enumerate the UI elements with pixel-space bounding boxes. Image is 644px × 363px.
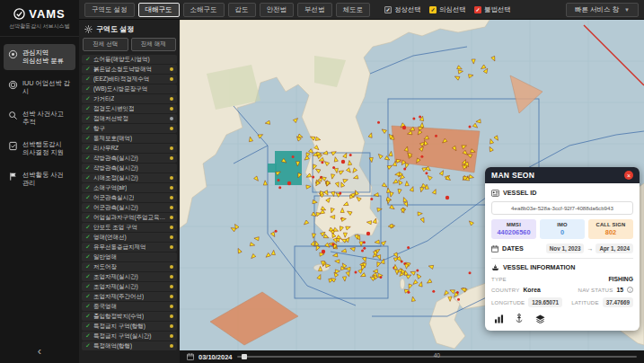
alert-vessel-marker[interactable] [278, 179, 280, 182]
sidebar-item-1[interactable]: 관심지역 의심선박 분류 [4, 44, 75, 70]
layer-item-11[interactable]: ✓작방관측(실시간) [82, 154, 177, 163]
alert-vessel-marker[interactable] [377, 121, 380, 124]
toolbar-button-5[interactable]: 안전범 [260, 3, 295, 17]
alert-vessel-marker[interactable] [407, 291, 410, 294]
alert-vessel-marker[interactable] [331, 243, 334, 245]
alert-vessel-marker[interactable] [469, 126, 472, 128]
layer-item-23[interactable]: ✓조업자제(실시간) [82, 272, 177, 281]
filter-normal[interactable]: ✓정상선택 [384, 5, 421, 14]
select-all-button[interactable]: 전체 선택 [83, 38, 128, 51]
layer-item-4[interactable]: ✓(WB)도시방문장구역 [82, 84, 177, 93]
alert-vessel-marker[interactable] [361, 250, 364, 252]
filter-suspicious[interactable]: ✓의심선택 [429, 5, 466, 14]
layer-item-9[interactable]: ✓통제보호(해역) [82, 134, 177, 143]
layer-item-24[interactable]: ✓조업자제(실시간) [82, 282, 177, 291]
alert-vessel-marker[interactable] [363, 247, 366, 250]
layers-icon[interactable] [533, 313, 547, 324]
layer-item-17[interactable]: ✓어업실과자구역(주업교육구역) [82, 213, 177, 222]
layer-item-18[interactable]: ✓안보도 조업 구역 [82, 223, 177, 232]
toolbar-button-7[interactable]: 체도로 [336, 3, 371, 17]
alert-vessel-marker[interactable] [339, 192, 341, 195]
layer-item-29[interactable]: ✓특정금지 구역(실시간) [82, 332, 177, 341]
timeline-date[interactable]: 03/10/2024 [198, 353, 233, 361]
layer-item-7[interactable]: ✓접해저선박정 [82, 114, 177, 123]
toolbar-button-4[interactable]: 갑도 [228, 3, 256, 17]
sidebar-item-5[interactable]: 선박활동 사건 관리 [4, 166, 75, 192]
layer-item-13[interactable]: ✓시해조정(실시간) [82, 173, 177, 182]
alert-vessel-marker[interactable] [332, 166, 335, 169]
toolbar-button-6[interactable]: 부선범 [297, 3, 332, 17]
anchor-icon[interactable] [512, 313, 526, 324]
alert-vessel-marker[interactable] [363, 241, 366, 243]
sidebar-item-2[interactable]: IUU 어업선박 감시 [4, 75, 75, 101]
alert-vessel-marker[interactable] [419, 116, 421, 119]
timeline-track[interactable]: 40 [237, 356, 637, 358]
alert-dot[interactable] [341, 160, 345, 164]
layer-item-28[interactable]: ✓특정금지 구역(항행) [82, 322, 177, 331]
deselect-all-button[interactable]: 전체 해제 [131, 38, 177, 51]
layer-item-14[interactable]: ✓소해구역(air) [82, 183, 177, 192]
timeline-handle[interactable] [242, 354, 247, 359]
alert-vessel-marker[interactable] [432, 290, 435, 293]
toolbar-button-3[interactable]: 소해구도 [183, 3, 225, 17]
alert-dot[interactable] [402, 126, 406, 129]
alert-dot[interactable] [446, 196, 449, 199]
close-icon[interactable]: × [624, 171, 633, 180]
layer-item-3[interactable]: ✓(EEZ)배타적경제수역 [82, 75, 177, 84]
toolbar-button-1[interactable]: 구역도 설정 [84, 3, 135, 17]
chart-icon[interactable] [491, 313, 506, 324]
layer-item-12[interactable]: ✓작방관측(실시간) [82, 164, 177, 173]
date-from[interactable]: Nov 1, 2023 [546, 243, 585, 253]
quick-service-dropdown[interactable]: 빠른 서비스 창 ▼ [566, 3, 639, 17]
layer-item-22[interactable]: ✓저도어장 [82, 262, 177, 271]
layer-item-27[interactable]: ✓출입항정박지(수역) [82, 312, 177, 321]
layer-item-30[interactable]: ✓특정해역(항행) [82, 341, 177, 350]
stat-imo: IMO0 [540, 219, 585, 239]
alert-vessel-marker[interactable] [469, 271, 472, 274]
sidebar-item-3[interactable]: 선박 사건사고 추적 [4, 105, 75, 131]
alert-vessel-marker[interactable] [312, 176, 314, 179]
alert-dot[interactable] [366, 232, 370, 235]
layer-item-15[interactable]: ✓어군관측실시간 [82, 193, 177, 202]
layer-item-5[interactable]: ✓가거터Z [82, 94, 177, 103]
layer-item-16[interactable]: ✓어군관측(실시간) [82, 203, 177, 212]
alert-vessel-marker[interactable] [435, 135, 437, 137]
alert-vessel-marker[interactable] [420, 155, 423, 158]
layer-item-25[interactable]: ✓조업자제(주간어선) [82, 292, 177, 301]
alert-vessel-marker[interactable] [349, 154, 352, 156]
alert-vessel-marker[interactable] [412, 118, 415, 120]
layer-item-label: 쇼어등(해양도시영역) [93, 56, 150, 64]
alert-vessel-marker[interactable] [416, 270, 419, 272]
id-card-icon [491, 190, 499, 197]
layer-item-label: 유무선통증급지제역 [93, 243, 146, 252]
layer-color-dot [170, 226, 173, 229]
layer-item-26[interactable]: ✓중국영해 [82, 302, 177, 311]
sidebar-item-4[interactable]: 선박행동감시 의사결정 지원 [4, 136, 75, 162]
alert-vessel-marker[interactable] [407, 246, 410, 249]
alert-vessel-marker[interactable] [457, 298, 460, 301]
alert-vessel-marker[interactable] [425, 172, 428, 174]
layer-item-20[interactable]: ✓유무선통증급지제역 [82, 243, 177, 252]
filter-illegal[interactable]: ✓불법선택 [474, 5, 511, 14]
alert-dot[interactable] [287, 182, 291, 185]
alert-vessel-marker[interactable] [292, 155, 295, 158]
sidebar-collapse-button[interactable]: ‹ [0, 339, 79, 363]
info-icon[interactable]: i [627, 287, 633, 293]
layer-item-21[interactable]: ✓일반영해 [82, 252, 177, 261]
layer-item-10[interactable]: ✓리사무RZ [82, 144, 177, 153]
alert-vessel-marker[interactable] [275, 230, 278, 233]
vessel-id-label-row: VESSEL ID [491, 189, 633, 197]
alert-vessel-marker[interactable] [355, 270, 357, 273]
alert-dot[interactable] [322, 250, 325, 253]
layer-item-6[interactable]: ✓접경도시변잇점 [82, 104, 177, 113]
alert-vessel-marker[interactable] [278, 186, 281, 189]
layer-item-1[interactable]: ✓쇼어등(해양도시영역) [82, 55, 177, 64]
type-label: TYPE [491, 276, 507, 282]
alert-vessel-marker[interactable] [321, 161, 323, 164]
date-to[interactable]: Apr 1, 2024 [595, 243, 633, 253]
layer-item-8[interactable]: ✓항구 [82, 124, 177, 133]
layer-item-2[interactable]: ✓붉은담소청도낙방해역 [82, 65, 177, 74]
toolbar-button-2[interactable]: 대해구도 [138, 3, 180, 17]
alert-vessel-marker[interactable] [370, 198, 373, 200]
layer-item-19[interactable]: ✓영해(연해선) [82, 233, 177, 242]
